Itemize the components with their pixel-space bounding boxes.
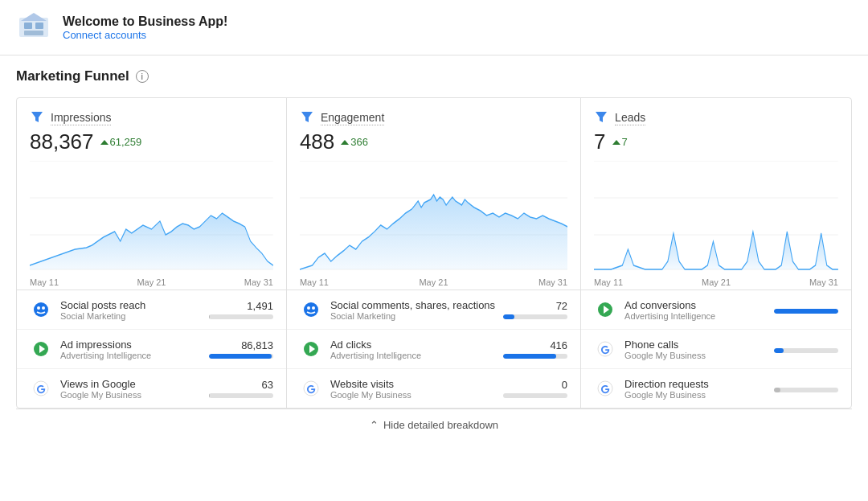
metric-icon-wrap: [300, 377, 322, 400]
metric-item: Ad clicks Advertising Intelligence 416: [287, 330, 580, 369]
funnel-value-impressions: 88,367 61,259: [30, 129, 273, 154]
funnel-value-leads: 7 7: [594, 129, 838, 154]
svg-point-14: [42, 306, 45, 310]
metric-source: Advertising Intelligence: [60, 351, 201, 360]
svg-rect-4: [24, 31, 43, 35]
bar-fill: [774, 388, 780, 392]
funnel-label-impressions: Impressions: [30, 109, 273, 126]
metric-text: Website visits Google My Business: [330, 378, 495, 400]
chart-area-engagement: May 11May 21May 31: [287, 161, 580, 290]
metric-right: [774, 346, 838, 353]
hide-breakdown-button[interactable]: ⌃ Hide detailed breakdown: [16, 409, 852, 441]
metric-icon-wrap: [300, 298, 322, 321]
funnel-value-engagement: 488 366: [300, 129, 567, 154]
bar-track: [209, 314, 273, 319]
funnel-number-leads: 7: [594, 129, 605, 154]
metric-source: Google My Business: [624, 351, 766, 360]
metric-text: Social comments, shares, reactions Socia…: [330, 299, 495, 321]
bar-fill: [503, 354, 556, 359]
metric-item: Social posts reach Social Marketing 1,49…: [17, 290, 286, 330]
bar-track: [209, 393, 273, 398]
app-icon: [16, 10, 51, 45]
chart-x-label: May 11: [594, 277, 623, 287]
svg-point-17: [34, 381, 48, 396]
bar-fill: [774, 348, 784, 353]
metric-right: 0: [503, 379, 567, 398]
funnel-label-engagement: Engagement: [300, 109, 567, 126]
chart-area-leads: May 11May 21May 31: [581, 161, 851, 290]
chart-labels-impressions: May 11May 21May 31: [30, 276, 273, 289]
svg-marker-18: [301, 112, 313, 122]
metric-text: Ad impressions Advertising Intelligence: [60, 339, 201, 360]
page-content: Marketing Funnel i Impressions 88,367 61…: [0, 55, 868, 454]
bar-fill: [774, 309, 838, 314]
funnel-grid: Impressions 88,367 61,259 May 11May 21Ma…: [16, 97, 852, 409]
metric-right: 1,491: [209, 300, 273, 319]
chart-x-label: May 21: [702, 277, 731, 287]
chart-x-label: May 21: [419, 277, 448, 287]
chart-x-label: May 31: [244, 277, 273, 287]
chart-labels-leads: May 11May 21May 31: [594, 276, 838, 289]
svg-point-25: [304, 302, 318, 317]
metric-item: Social comments, shares, reactions Socia…: [287, 290, 580, 330]
metric-value: 72: [556, 300, 567, 312]
metric-value: 1,491: [247, 300, 273, 312]
funnel-delta-impressions: 61,259: [100, 136, 142, 148]
svg-point-41: [598, 381, 612, 396]
svg-marker-19: [341, 140, 349, 145]
metrics-list-leads: Ad conversions Advertising Intelligence …: [581, 290, 851, 408]
metric-icon-wrap: [30, 338, 52, 360]
svg-marker-24: [300, 195, 567, 269]
metric-right: [774, 306, 838, 314]
bar-track: [503, 393, 567, 398]
metrics-list-engagement: Social comments, shares, reactions Socia…: [287, 290, 580, 408]
metric-name: Direction requests: [624, 378, 766, 390]
connect-accounts-link[interactable]: Connect accounts: [63, 29, 146, 41]
funnel-icon-leads: [594, 109, 608, 126]
metric-icon-wrap: [30, 377, 52, 400]
bar-track: [774, 309, 838, 314]
metric-name: Website visits: [330, 378, 495, 390]
svg-point-12: [34, 302, 48, 317]
svg-marker-37: [594, 232, 838, 269]
metric-icon-wrap: [594, 298, 616, 321]
header: Welcome to Business App! Connect account…: [0, 0, 868, 55]
metric-item: Direction requests Google My Business: [581, 369, 851, 408]
metric-text: Ad conversions Advertising Intelligence: [624, 299, 766, 321]
chart-x-label: May 11: [300, 277, 329, 287]
metric-source: Google My Business: [330, 390, 495, 400]
bar-track: [503, 314, 567, 319]
svg-marker-11: [30, 213, 273, 269]
funnel-column-impressions: Impressions 88,367 61,259 May 11May 21Ma…: [17, 98, 287, 408]
metric-source: Social Marketing: [330, 311, 495, 321]
chart-x-label: May 31: [809, 277, 838, 287]
funnel-icon-impressions: [30, 109, 44, 126]
chart-x-label: May 11: [30, 277, 59, 287]
metric-item: Views in Google Google My Business 63: [17, 369, 286, 408]
metric-icon-wrap: [30, 298, 52, 321]
metric-value: 416: [550, 339, 567, 351]
funnel-delta-engagement: 366: [341, 136, 368, 148]
metric-right: 416: [503, 339, 567, 359]
metric-item: Website visits Google My Business 0: [287, 369, 580, 408]
metric-right: 72: [503, 300, 567, 319]
metric-text: Social posts reach Social Marketing: [60, 299, 201, 321]
bar-track: [774, 388, 838, 392]
svg-rect-2: [24, 23, 32, 29]
bar-track: [774, 348, 838, 353]
funnel-label-text-impressions: Impressions: [51, 111, 111, 125]
chart-labels-engagement: May 11May 21May 31: [300, 276, 567, 289]
metric-name: Ad impressions: [60, 339, 201, 351]
metric-right: 86,813: [209, 339, 273, 359]
info-icon[interactable]: i: [136, 70, 149, 83]
app-title: Welcome to Business App!: [63, 14, 227, 29]
header-text: Welcome to Business App! Connect account…: [63, 14, 227, 41]
metrics-list-impressions: Social posts reach Social Marketing 1,49…: [17, 290, 286, 408]
metric-item: Ad conversions Advertising Intelligence: [581, 290, 851, 330]
funnel-column-engagement: Engagement 488 366 May 11May 21May 31: [287, 98, 581, 408]
metric-icon-wrap: [300, 338, 322, 360]
funnel-delta-leads: 7: [612, 136, 628, 148]
chevron-up-icon: ⌃: [370, 419, 379, 431]
bar-fill: [209, 354, 272, 359]
metric-name: Ad clicks: [330, 339, 495, 351]
